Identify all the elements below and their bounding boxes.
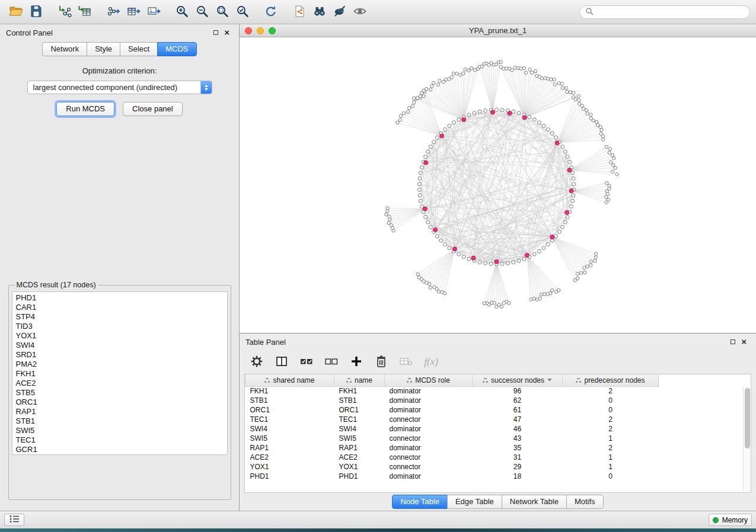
table-cell[interactable]: 29 [473,462,563,472]
table-cell[interactable]: ACE2 [334,453,385,462]
table-cell[interactable]: connector [385,434,473,443]
memory-button[interactable]: Memory [709,514,752,526]
table-cell[interactable]: 96 [473,386,563,396]
mcds-result-item[interactable]: GCR1 [16,445,227,454]
criterion-dropdown[interactable]: largest connected component (undirected) [27,81,212,94]
scrollbar-thumb[interactable] [745,388,750,448]
table-cell[interactable]: dominator [385,396,473,405]
tab-motifs[interactable]: Motifs [566,495,604,509]
table-cell[interactable]: 0 [563,472,659,481]
table-row[interactable]: SWI4SWI4dominator462 [245,424,659,434]
column-header-name[interactable]: name [334,374,385,386]
network-canvas[interactable] [240,37,756,333]
table-row[interactable]: YOX1YOX1connector291 [245,462,659,472]
table-cell[interactable]: 1 [563,453,659,462]
table-cell[interactable]: 18 [473,472,563,481]
table-cell[interactable]: dominator [385,472,473,481]
table-cell[interactable]: SWI5 [245,434,334,443]
table-cell[interactable]: 0 [563,396,659,405]
save-button[interactable] [26,2,46,21]
table-row[interactable]: STB1STB1dominator620 [245,396,659,405]
show-columns-button[interactable] [274,354,289,370]
table-scrollbar[interactable] [743,386,751,492]
mcds-result-item[interactable]: PMA2 [16,360,227,369]
maximize-window-icon[interactable] [269,27,276,34]
table-cell[interactable]: 62 [473,396,563,405]
tab-node-table[interactable]: Node Table [392,495,448,509]
minimize-window-icon[interactable] [257,27,264,34]
mcds-result-item[interactable]: RAP1 [16,407,227,416]
table-row[interactable]: TEC1TEC1connector472 [245,415,659,424]
table-cell[interactable]: FKH1 [245,386,334,396]
mcds-result-item[interactable]: ORC1 [16,398,227,407]
tab-mcds[interactable]: MCDS [157,42,196,56]
table-cell[interactable]: TEC1 [334,415,385,424]
mcds-result-item[interactable]: PHD1 [16,293,227,303]
table-cell[interactable]: 35 [473,443,563,453]
table-row[interactable]: PHD1PHD1dominator180 [245,472,659,481]
zoom-fit-button[interactable] [212,2,232,21]
float-panel-icon[interactable] [213,30,218,35]
table-cell[interactable]: STB1 [334,396,385,405]
table-cell[interactable]: dominator [385,386,473,396]
table-cell[interactable]: ORC1 [245,405,334,415]
table-cell[interactable]: connector [385,415,473,424]
tab-style[interactable]: Style [87,42,120,56]
zoom-out-button[interactable] [192,2,212,21]
column-header-mcds-role[interactable]: MCDS role [385,374,473,386]
export-image-button[interactable] [143,2,164,21]
float-table-panel-icon[interactable] [731,339,735,344]
table-cell[interactable]: STB1 [245,396,334,405]
add-column-button[interactable] [349,354,364,370]
table-cell[interactable]: ORC1 [334,405,385,415]
import-table-button[interactable] [75,2,95,21]
tab-select[interactable]: Select [120,42,158,56]
toggle-graphics-details-button[interactable] [330,2,350,21]
column-header-successor-nodes[interactable]: successor nodes [473,374,563,386]
table-row[interactable]: SWI5SWI5connector431 [245,434,659,443]
close-table-panel-icon[interactable]: × [741,339,747,345]
global-search-field[interactable] [579,5,750,19]
zoom-in-button[interactable] [172,2,192,21]
export-network-button[interactable] [103,2,123,21]
import-network-button[interactable] [55,2,75,21]
table-cell[interactable]: SWI5 [334,434,385,443]
search-input[interactable] [596,8,744,16]
tab-edge-table[interactable]: Edge Table [447,495,502,509]
table-cell[interactable]: 1 [563,462,659,472]
open-folder-button[interactable] [6,2,26,21]
column-header-shared-name[interactable]: shared name [245,374,334,386]
mcds-result-item[interactable]: YOX1 [16,331,227,341]
column-header-predecessor-nodes[interactable]: predecessor nodes [563,374,659,386]
table-settings-button[interactable] [249,354,264,370]
table-cell[interactable]: dominator [385,405,473,415]
table-cell[interactable]: connector [385,462,473,472]
close-window-icon[interactable] [245,27,252,34]
mcds-result-item[interactable]: FKH1 [16,369,227,379]
table-cell[interactable]: PHD1 [334,472,385,481]
table-cell[interactable]: dominator [385,443,473,453]
table-cell[interactable]: YOX1 [245,462,334,472]
close-mcds-panel-button[interactable]: Close panel [123,102,183,116]
table-row[interactable]: ORC1ORC1dominator610 [245,405,659,415]
table-cell[interactable]: 31 [473,453,563,462]
table-row[interactable]: RAP1RAP1dominator352 [245,443,659,453]
table-cell[interactable]: 2 [563,424,659,434]
network-window-titlebar[interactable]: YPA_prune.txt_1 [240,24,756,37]
clone-network-button[interactable] [289,2,310,21]
table-cell[interactable]: 43 [473,434,563,443]
mcds-result-item[interactable]: ACE2 [16,379,227,388]
table-cell[interactable]: TEC1 [245,415,334,424]
find-button[interactable] [310,2,330,21]
mcds-result-item[interactable]: SRD1 [16,350,227,360]
table-cell[interactable]: 46 [473,424,563,434]
mcds-result-item[interactable]: SWI4 [16,341,227,350]
mcds-result-item[interactable]: STB5 [16,388,227,398]
mcds-result-item[interactable]: STP4 [16,312,227,322]
table-cell[interactable]: connector [385,453,473,462]
table-cell[interactable]: 2 [563,443,659,453]
panel-list-button[interactable] [4,514,24,526]
close-panel-icon[interactable]: × [224,30,229,36]
table-row[interactable]: FKH1FKH1dominator962 [245,386,659,396]
show-hide-panels-button[interactable] [350,2,370,21]
